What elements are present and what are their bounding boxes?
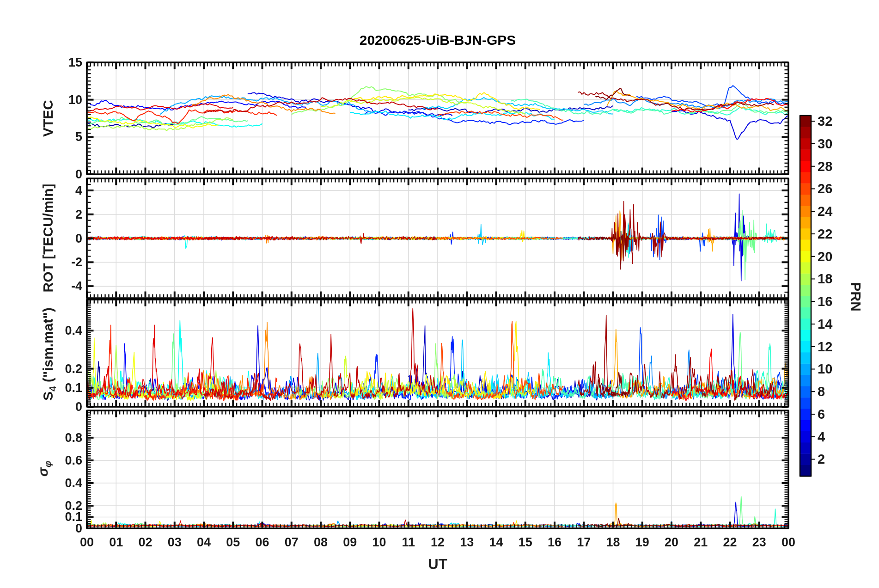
y-tick-label: 0.4 — [0, 476, 82, 490]
y-tick-label: 0.1 — [0, 381, 82, 395]
x-tick-label: 04 — [197, 535, 211, 549]
colorbar-tick-label: 28 — [818, 159, 832, 174]
y-tick-label: 0.4 — [0, 324, 82, 337]
x-tick-label: 20 — [665, 535, 678, 549]
x-tick-label: 10 — [372, 535, 386, 549]
ut-axis-label: UT — [428, 556, 447, 573]
x-tick-label: 23 — [752, 535, 766, 549]
y-tick-label: 15 — [0, 55, 82, 69]
colorbar-tick-label: 6 — [818, 407, 825, 422]
sigma-label-main: σ — [36, 467, 51, 477]
y-tick-label: 4 — [0, 184, 82, 197]
chart-title: 20200625-UiB-BJN-GPS — [87, 32, 788, 48]
gps-multipanel-chart-canvas — [0, 0, 879, 588]
x-tick-label: 11 — [402, 535, 415, 549]
y-tick-label: 0 — [0, 232, 82, 245]
colorbar-tick-label: 20 — [818, 249, 832, 264]
x-tick-label: 21 — [694, 535, 708, 549]
y-tick-label: 0.2 — [0, 499, 82, 513]
colorbar-tick-label: 16 — [818, 294, 832, 309]
y-tick-label: 2 — [0, 208, 82, 221]
colorbar-tick-label: 26 — [818, 181, 832, 196]
colorbar-tick-label: 2 — [818, 452, 825, 466]
x-tick-label: 18 — [606, 535, 620, 549]
colorbar-tick-label: 4 — [818, 429, 825, 444]
y-tick-label: 0.8 — [0, 431, 82, 445]
y-tick-label: -2 — [0, 255, 82, 269]
colorbar-tick-label: 14 — [818, 317, 832, 331]
colorbar-tick-label: 8 — [818, 384, 825, 399]
x-tick-label: 09 — [343, 535, 357, 549]
colorbar-tick-label: 22 — [818, 227, 832, 241]
colorbar-tick-label: 12 — [818, 339, 832, 354]
x-tick-label: 14 — [489, 535, 503, 549]
y-tick-label: -4 — [0, 279, 82, 293]
x-tick-label: 16 — [548, 535, 562, 549]
x-tick-label: 02 — [138, 535, 152, 549]
figure-root: { "title": "20200625-UiB-BJN-GPS", "colo… — [0, 0, 879, 588]
x-tick-label: 17 — [577, 535, 591, 549]
x-tick-label: 07 — [285, 535, 299, 549]
x-tick-label: 19 — [635, 535, 649, 549]
x-tick-label: 06 — [255, 535, 269, 549]
x-tick-label: 05 — [226, 535, 240, 549]
x-tick-label: 03 — [168, 535, 182, 549]
x-tick-label: 00 — [80, 535, 94, 549]
x-tick-label: 13 — [460, 535, 474, 549]
y-tick-label: 0.6 — [0, 453, 82, 467]
x-tick-label: 12 — [431, 535, 445, 549]
colorbar-tick-label: 30 — [818, 136, 832, 151]
colorbar-tick-label: 10 — [818, 361, 832, 376]
x-tick-label: 08 — [314, 535, 328, 549]
colorbar-tick-label: 24 — [818, 204, 832, 219]
prn-colorbar-label: PRN — [848, 282, 864, 311]
y-tick-label: 0.2 — [0, 362, 82, 376]
y-tick-label: 5 — [0, 130, 82, 144]
colorbar-tick-label: 32 — [818, 114, 832, 129]
y-tick-label: 10 — [0, 93, 82, 107]
x-tick-label: 15 — [519, 535, 532, 549]
y-tick-label: 0 — [0, 400, 82, 414]
x-tick-label: 01 — [109, 535, 123, 549]
x-tick-label: 22 — [723, 535, 737, 549]
y-tick-label: 0 — [0, 167, 82, 181]
x-tick-label: 00 — [781, 535, 795, 549]
colorbar-tick-label: 18 — [818, 271, 832, 286]
